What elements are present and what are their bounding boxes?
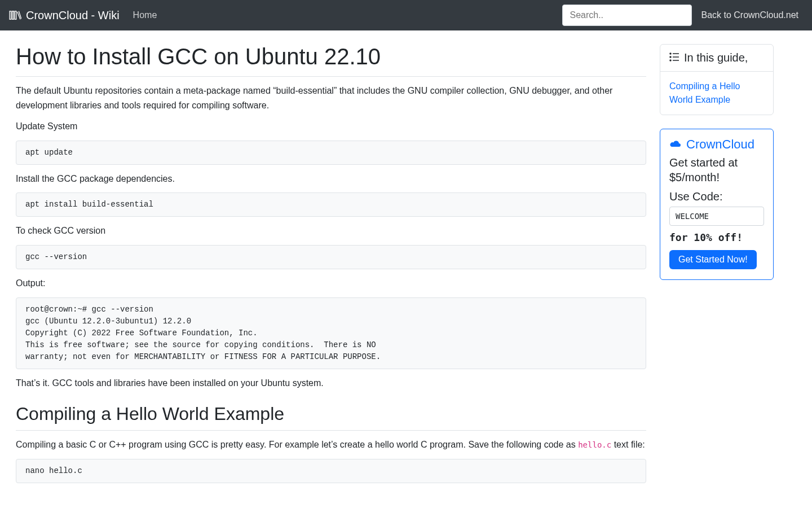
navbar: CrownCloud - Wiki Home Back to CrownClou… [0,0,812,30]
toc-card: In this guide, Compiling a Hello World E… [660,44,774,115]
cloud-icon [669,137,682,152]
page-container: How to Install GCC on Ubuntu 22.10 The d… [0,30,789,508]
promo-brand: CrownCloud [686,137,754,152]
promo-use-code-label: Use Code: [669,190,764,203]
code-apt-update: apt update [16,141,646,165]
inline-code-hello-c: hello.c [578,440,611,449]
brand-link[interactable]: CrownCloud - Wiki [9,9,120,22]
promo-title: CrownCloud [669,137,764,152]
svg-point-9 [670,60,671,61]
svg-point-5 [670,53,671,54]
code-nano: nano hello.c [16,459,646,483]
main-content: How to Install GCC on Ubuntu 22.10 The d… [16,44,646,489]
promo-off: for 10% off! [669,231,764,243]
nav-home[interactable]: Home [129,6,162,25]
list-icon [669,51,679,64]
nav-right: Back to CrownCloud.net [562,5,803,26]
install-label: Install the GCC package dependencies. [16,172,646,186]
check-label: To check GCC version [16,224,646,238]
back-link[interactable]: Back to CrownCloud.net [696,10,803,20]
intro-paragraph: The default Ubuntu repositories contain … [16,84,646,112]
code-gcc-version: gcc --version [16,245,646,269]
toc-body: Compiling a Hello World Example [660,72,773,115]
toc-header: In this guide, [660,45,773,72]
compile-paragraph: Compiling a basic C or C++ program using… [16,437,646,452]
promo-card: CrownCloud Get started at $5/month! Use … [660,129,774,280]
page-title: How to Install GCC on Ubuntu 22.10 [16,44,646,77]
output-label: Output: [16,276,646,291]
svg-rect-0 [10,11,11,19]
books-icon [9,10,21,20]
done-paragraph: That’s it. GCC tools and libraries have … [16,376,646,391]
toc-title: In this guide, [684,51,748,64]
svg-point-7 [670,56,671,58]
promo-code: WELCOME [669,207,764,226]
compile-text-a: Compiling a basic C or C++ program using… [16,440,578,449]
sidebar: In this guide, Compiling a Hello World E… [660,44,774,489]
compile-text-b: text file: [611,440,645,449]
get-started-button[interactable]: Get Started Now! [669,250,757,269]
code-output: root@crown:~# gcc --version gcc (Ubuntu … [16,297,646,369]
update-label: Update System [16,119,646,134]
toc-link-compiling[interactable]: Compiling a Hello World Example [669,80,764,107]
search-input[interactable] [562,5,692,26]
svg-rect-2 [15,11,16,19]
section-compiling-heading: Compiling a Hello World Example [16,404,646,431]
promo-sub: Get started at $5/month! [669,155,764,185]
svg-rect-1 [12,11,14,19]
brand-text: CrownCloud - Wiki [26,9,120,22]
code-apt-install: apt install build-essential [16,192,646,217]
